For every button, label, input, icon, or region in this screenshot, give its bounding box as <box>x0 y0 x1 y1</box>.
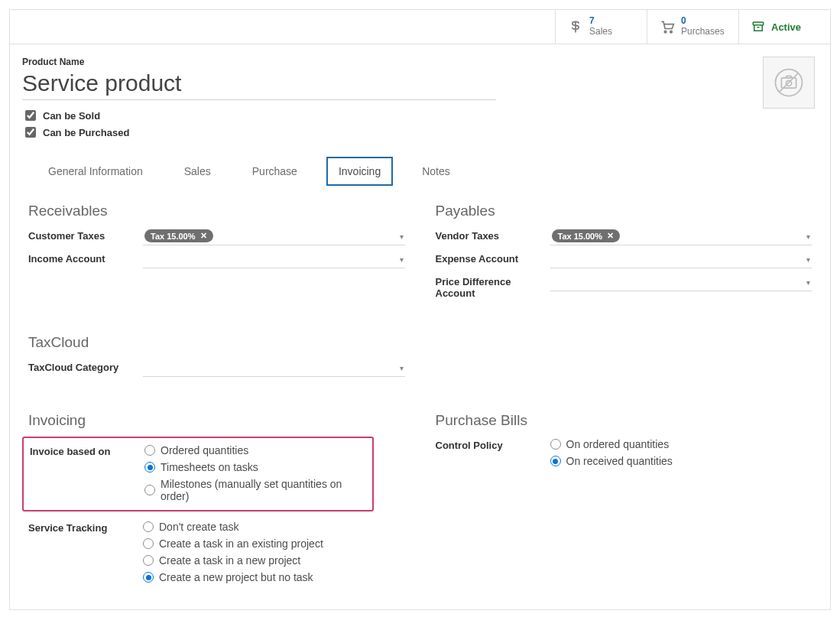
radio-icon <box>143 572 154 583</box>
tab-purchase[interactable]: Purchase <box>240 157 310 186</box>
tab-invoicing[interactable]: Invoicing <box>326 157 393 186</box>
customer-taxes-label: Customer Taxes <box>28 227 143 242</box>
product-image-placeholder[interactable] <box>763 57 815 109</box>
can-be-purchased-label: Can be Purchased <box>43 127 129 138</box>
radio-icon <box>144 462 155 472</box>
tracking-option-project-only[interactable]: Create a new project but no task <box>143 571 405 583</box>
remove-tag-icon[interactable]: ✕ <box>607 231 614 241</box>
customer-taxes-field[interactable]: Tax 15.00% ✕ ▾ <box>143 227 405 245</box>
price-diff-account-label: Price Difference Account <box>436 273 550 299</box>
chevron-down-icon: ▾ <box>806 232 810 240</box>
control-policy-radios: On ordered quantities On received quanti… <box>550 437 812 467</box>
can-be-sold-row[interactable]: Can be Sold <box>22 108 511 123</box>
radio-icon <box>143 538 154 549</box>
remove-tag-icon[interactable]: ✕ <box>200 231 207 241</box>
service-tracking-label: Service Tracking <box>28 519 143 534</box>
control-option-ordered[interactable]: On ordered quantities <box>550 438 812 450</box>
control-policy-label: Control Policy <box>436 437 550 451</box>
vendor-taxes-field[interactable]: Tax 15.00% ✕ ▾ <box>550 227 812 245</box>
can-be-sold-checkbox[interactable] <box>25 110 36 121</box>
can-be-purchased-checkbox[interactable] <box>25 127 36 138</box>
svg-point-1 <box>670 31 673 32</box>
invoicing-pane: Receivables Customer Taxes Tax 15.00% ✕ … <box>22 186 818 588</box>
archive-icon <box>751 20 765 34</box>
taxcloud-category-field[interactable]: ▾ <box>143 359 405 377</box>
product-name-input[interactable] <box>22 70 496 100</box>
stat-sales-button[interactable]: 7 Sales <box>555 10 647 44</box>
chevron-down-icon: ▾ <box>806 278 810 286</box>
income-account-field[interactable]: ▾ <box>143 250 405 268</box>
product-name-label: Product Name <box>22 57 511 67</box>
stat-bar: 7 Sales 0 Purchases Active <box>10 10 830 44</box>
can-be-purchased-row[interactable]: Can be Purchased <box>22 125 511 140</box>
svg-point-0 <box>664 31 666 32</box>
tab-notes[interactable]: Notes <box>410 157 462 186</box>
camera-off-icon <box>773 67 805 99</box>
stat-purchases-button[interactable]: 0 Purchases <box>647 10 738 44</box>
chevron-down-icon: ▾ <box>400 255 404 263</box>
receivables-heading: Receivables <box>28 203 405 219</box>
stat-sales-value: 7 <box>589 16 612 27</box>
invoice-option-timesheets[interactable]: Timesheets on tasks <box>144 461 366 473</box>
service-tracking-radios: Don't create task Create a task in an ex… <box>143 519 405 583</box>
chevron-down-icon: ▾ <box>400 363 404 372</box>
invoicing-heading: Invoicing <box>28 412 405 429</box>
radio-icon <box>550 439 561 450</box>
expense-account-field[interactable]: ▾ <box>550 250 812 268</box>
svg-rect-2 <box>753 22 764 25</box>
tabs: General Information Sales Purchase Invoi… <box>22 157 818 186</box>
invoice-based-on-label: Invoice based on <box>30 443 144 457</box>
price-diff-account-field[interactable]: ▾ <box>550 273 812 291</box>
payables-heading: Payables <box>436 203 812 219</box>
invoice-option-milestones[interactable]: Milestones (manually set quantities on o… <box>144 478 366 502</box>
invoice-based-on-highlight: Invoice based on Ordered quantities <box>22 437 374 511</box>
taxcloud-category-label: TaxCloud Category <box>28 359 143 373</box>
vendor-taxes-label: Vendor Taxes <box>436 227 550 242</box>
chevron-down-icon: ▾ <box>400 232 404 240</box>
radio-icon <box>144 485 155 495</box>
tab-general-information[interactable]: General Information <box>36 157 155 186</box>
dollar-icon <box>568 19 583 34</box>
tracking-option-existing-project[interactable]: Create a task in an existing project <box>143 537 405 550</box>
stat-active-toggle[interactable]: Active <box>738 10 830 44</box>
tracking-option-none[interactable]: Don't create task <box>143 521 405 533</box>
invoice-option-ordered[interactable]: Ordered quantities <box>144 444 366 456</box>
stat-purchases-value: 0 <box>681 16 725 27</box>
radio-icon <box>144 445 155 456</box>
chevron-down-icon: ▾ <box>806 255 810 263</box>
radio-icon <box>550 456 561 466</box>
income-account-label: Income Account <box>28 250 143 265</box>
vendor-taxes-tag[interactable]: Tax 15.00% ✕ <box>552 229 621 242</box>
purchase-bills-heading: Purchase Bills <box>436 412 812 429</box>
tab-sales[interactable]: Sales <box>172 157 223 186</box>
form-sheet: 7 Sales 0 Purchases Active Product Name <box>9 9 831 610</box>
taxcloud-heading: TaxCloud <box>28 334 405 351</box>
radio-icon <box>143 555 154 566</box>
can-be-sold-label: Can be Sold <box>43 110 100 122</box>
customer-taxes-tag[interactable]: Tax 15.00% ✕ <box>144 229 213 242</box>
radio-icon <box>143 521 154 532</box>
expense-account-label: Expense Account <box>436 250 550 265</box>
invoice-based-on-radios: Ordered quantities Timesheets on tasks M… <box>144 443 366 502</box>
stat-active-label: Active <box>771 21 801 33</box>
control-option-received[interactable]: On received quantities <box>550 455 812 467</box>
stat-purchases-label: Purchases <box>681 27 725 37</box>
stat-sales-label: Sales <box>589 27 612 37</box>
cart-icon <box>660 19 675 34</box>
tracking-option-new-project[interactable]: Create a task in a new project <box>143 554 405 567</box>
